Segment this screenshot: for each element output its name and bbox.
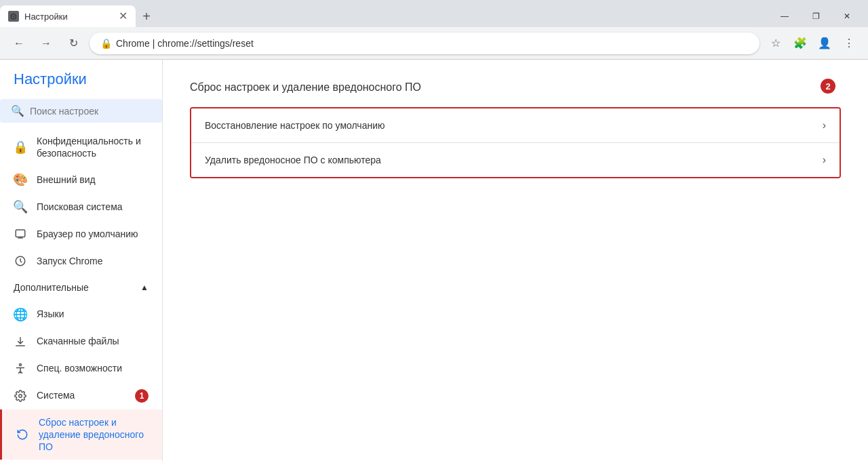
main-content: Сброс настроек и удаление вредоносного П…	[163, 60, 868, 461]
sidebar-item-startup[interactable]: Запуск Chrome	[0, 247, 162, 275]
sidebar-item-search-label: Поисковая система	[37, 201, 149, 213]
section-title: Сброс настроек и удаление вредоносного П…	[190, 81, 841, 94]
appearance-icon: 🎨	[14, 173, 27, 186]
lock-icon: 🔒	[100, 38, 112, 49]
sidebar-item-appearance[interactable]: 🎨 Внешний вид	[0, 166, 162, 193]
close-button[interactable]: ✕	[831, 5, 863, 27]
restore-arrow-icon: ›	[823, 119, 826, 132]
downloads-icon	[14, 335, 27, 348]
content-badge: 2	[821, 79, 835, 94]
tab-title: Настройки	[24, 12, 113, 22]
refresh-button[interactable]: ↻	[62, 33, 84, 54]
svg-rect-0	[16, 230, 25, 237]
back-button[interactable]: ←	[8, 33, 30, 54]
svg-line-5	[20, 261, 22, 262]
profile-button[interactable]: 👤	[814, 33, 835, 54]
remove-malware-row[interactable]: Удалить вредоносное ПО с компьютера ›	[191, 143, 840, 177]
sidebar-item-startup-label: Запуск Chrome	[37, 255, 149, 267]
sidebar-item-privacy-label: Конфиденциальность и безопасность	[37, 135, 149, 159]
tab-close-button[interactable]: ✕	[119, 11, 127, 22]
remove-malware-label: Удалить вредоносное ПО с компьютера	[205, 155, 823, 165]
languages-icon: 🌐	[14, 308, 27, 321]
address-text: Chrome | chrome://settings/reset	[116, 38, 254, 49]
address-bar[interactable]: 🔒 Chrome | chrome://settings/reset	[90, 33, 760, 54]
svg-point-6	[20, 363, 22, 365]
sidebar: Настройки 🔍 🔒 Конфиденциальность и безоп…	[0, 60, 163, 461]
new-tab-button[interactable]: +	[136, 5, 157, 27]
sidebar-item-reset[interactable]: Сброс настроек и удаление вредоносного П…	[0, 409, 162, 460]
advanced-chevron-icon: ▲	[140, 283, 149, 292]
sidebar-item-system[interactable]: Система 1	[0, 382, 162, 409]
minimize-button[interactable]: —	[769, 5, 800, 27]
sidebar-item-browser-label: Браузер по умолчанию	[37, 228, 149, 240]
restore-settings-label: Восстановление настроек по умолчанию	[205, 120, 823, 131]
sidebar-item-accessibility[interactable]: Спец. возможности	[0, 355, 162, 382]
sidebar-item-privacy[interactable]: 🔒 Конфиденциальность и безопасность	[0, 128, 162, 166]
remove-arrow-icon: ›	[823, 154, 826, 166]
tab-settings-icon: ⚙	[8, 11, 19, 22]
restore-settings-row[interactable]: Восстановление настроек по умолчанию ›	[191, 108, 840, 143]
sidebar-item-languages-label: Языки	[37, 308, 149, 320]
settings-tab[interactable]: ⚙ Настройки ✕	[0, 5, 136, 27]
sidebar-item-downloads-label: Скачанные файлы	[37, 335, 149, 347]
maximize-button[interactable]: ❐	[800, 5, 831, 27]
sidebar-item-languages[interactable]: 🌐 Языки	[0, 301, 162, 328]
advanced-section-label: Дополнительные	[14, 281, 131, 294]
sidebar-item-accessibility-label: Спец. возможности	[37, 362, 149, 374]
extensions-button[interactable]: 🧩	[789, 33, 811, 54]
reset-icon	[16, 428, 29, 441]
search-input[interactable]	[30, 106, 151, 117]
sidebar-item-downloads[interactable]: Скачанные файлы	[0, 328, 162, 355]
sidebar-item-browser[interactable]: Браузер по умолчанию	[0, 220, 162, 247]
privacy-icon: 🔒	[14, 140, 27, 154]
sidebar-item-system-label: Система	[37, 389, 125, 401]
sidebar-item-reset-label: Сброс настроек и удаление вредоносного П…	[39, 416, 149, 454]
sidebar-title: Настройки	[14, 71, 149, 88]
system-badge: 1	[135, 389, 149, 403]
svg-point-7	[19, 394, 22, 397]
bookmark-button[interactable]: ☆	[765, 33, 787, 54]
sidebar-item-search[interactable]: 🔍 Поисковая система	[0, 193, 162, 220]
system-icon	[14, 389, 27, 403]
forward-button[interactable]: →	[35, 33, 57, 54]
menu-button[interactable]: ⋮	[838, 33, 860, 54]
search-engine-icon: 🔍	[14, 200, 27, 214]
advanced-section-header[interactable]: Дополнительные ▲	[0, 275, 162, 300]
sidebar-item-appearance-label: Внешний вид	[37, 174, 149, 186]
startup-icon	[14, 254, 27, 268]
search-icon: 🔍	[11, 104, 24, 117]
accessibility-icon	[14, 362, 27, 376]
restore-settings-card: Восстановление настроек по умолчанию › У…	[190, 107, 841, 178]
default-browser-icon	[14, 227, 27, 241]
